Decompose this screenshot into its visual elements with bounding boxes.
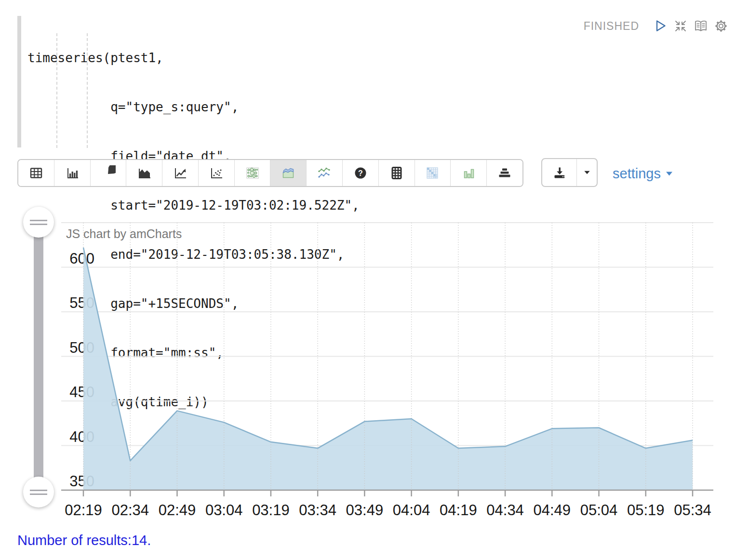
x-tick-label: 02:49: [159, 502, 196, 519]
area-chart-icon: [136, 165, 152, 181]
grid-icon: [389, 165, 404, 181]
x-tick-label: 03:34: [299, 502, 336, 519]
view-table-button[interactable]: [18, 160, 54, 186]
caret-down-icon: [580, 165, 594, 180]
x-tick-label: 04:19: [440, 502, 477, 519]
view-stacked-area-button[interactable]: [270, 160, 306, 186]
x-tick-label: 02:34: [111, 502, 149, 519]
code-editor[interactable]: timeseries(ptest1, q="type_s:query", fie…: [0, 16, 530, 149]
view-bubble-grid-button[interactable]: [234, 160, 270, 186]
x-tick-label: 03:19: [252, 502, 290, 519]
x-tick-label: 05:04: [580, 502, 618, 519]
export-button-group: [541, 158, 598, 187]
play-icon[interactable]: [653, 18, 668, 34]
book-icon[interactable]: [693, 18, 709, 34]
stacked-area-icon: [280, 165, 296, 181]
x-tick-label: 03:04: [205, 502, 243, 519]
view-pie-chart-button[interactable]: [90, 160, 126, 186]
view-line-chart-button[interactable]: [162, 160, 198, 186]
timeseries-chart: 60055050045040035002:1902:3402:4903:0403…: [0, 207, 749, 526]
bubble-grid-icon: [244, 165, 261, 181]
area-series-fill: [83, 248, 693, 490]
x-tick-label: 02:19: [65, 502, 102, 519]
settings-label: settings: [613, 166, 661, 182]
editor-gutter: [17, 16, 21, 147]
view-heatmap-button[interactable]: [415, 160, 451, 186]
green-bars-icon: [461, 165, 476, 181]
x-tick-label: 04:04: [393, 502, 430, 519]
scatter-icon: [209, 165, 224, 181]
download-icon: [552, 165, 567, 180]
line-chart-icon: [173, 165, 188, 181]
code-line: timeseries(ptest1,: [27, 50, 360, 66]
y-tick-label: 600: [69, 250, 94, 267]
x-tick-label: 05:34: [674, 502, 711, 519]
x-tick-label: 04:49: [534, 502, 571, 519]
code-line: q="type_s:query",: [27, 99, 360, 115]
x-tick-label: 05:19: [627, 502, 665, 519]
pie-chart-icon: [100, 165, 116, 181]
view-multi-line-button[interactable]: [306, 160, 342, 186]
help-icon: ?: [353, 165, 368, 181]
gear-icon[interactable]: [713, 18, 729, 34]
status-badge: FINISHED: [584, 20, 639, 33]
multi-line-icon: [316, 165, 333, 181]
compress-icon[interactable]: [673, 18, 688, 34]
view-scatter-button[interactable]: [198, 160, 234, 186]
results-count: Number of results:14.: [17, 533, 151, 548]
heatmap-icon: [425, 165, 440, 181]
visualization-toolbar: ?: [17, 159, 523, 187]
svg-text:?: ?: [358, 169, 363, 177]
download-options-button[interactable]: [576, 159, 597, 186]
funnel-icon: [497, 165, 512, 181]
view-help-button[interactable]: ?: [342, 160, 378, 186]
view-green-bars-button[interactable]: [450, 160, 486, 186]
caret-down-icon: [666, 171, 673, 176]
view-bar-chart-button[interactable]: [54, 160, 90, 186]
settings-toggle[interactable]: settings: [613, 166, 673, 182]
view-grid-button[interactable]: [378, 160, 415, 186]
x-tick-label: 04:34: [486, 502, 524, 519]
x-tick-label: 03:49: [346, 502, 384, 519]
view-area-chart-button[interactable]: [126, 160, 162, 186]
bar-chart-icon: [65, 165, 80, 181]
table-icon: [28, 165, 44, 181]
download-button[interactable]: [542, 159, 576, 186]
paragraph-controls: FINISHED: [584, 18, 729, 34]
view-funnel-button[interactable]: [486, 160, 522, 186]
